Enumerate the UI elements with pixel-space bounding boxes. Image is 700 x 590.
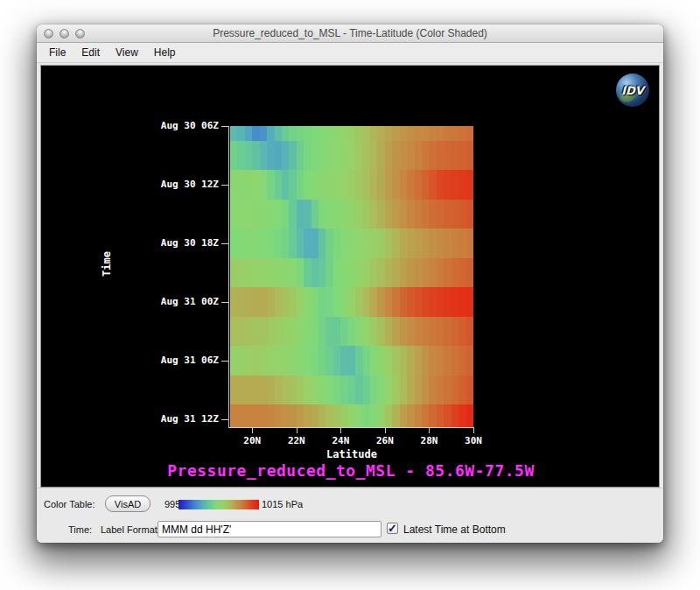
heatmap-cell (407, 404, 414, 427)
heatmap-cell (466, 228, 473, 258)
heatmap-cell (312, 404, 318, 427)
heatmap-cell (333, 258, 340, 288)
heatmap-cell (289, 126, 296, 141)
y-axis-tick-label: Aug 31 06Z (153, 355, 219, 367)
titlebar: Pressure_reduced_to_MSL - Time-Latitude … (37, 25, 663, 43)
heatmap-cell (355, 287, 362, 317)
heatmap-cell (437, 141, 444, 171)
heatmap-cell (289, 170, 296, 200)
heatmap-cell (282, 346, 289, 376)
heatmap-cell (452, 228, 458, 258)
menubar: File Edit View Help (37, 43, 663, 63)
heatmap-cell (230, 317, 237, 347)
heatmap-cell (422, 346, 429, 376)
heatmap-cell (370, 170, 377, 200)
heatmap-cell (348, 346, 355, 376)
heatmap-cell (267, 200, 274, 229)
heatmap-cell (363, 258, 370, 288)
time-latitude-heatmap[interactable] (230, 126, 473, 427)
y-axis-title: Time (101, 251, 113, 277)
heatmap-cell (429, 287, 436, 317)
heatmap-cell (363, 376, 370, 405)
x-axis-line (228, 427, 474, 428)
heatmap-cell (415, 376, 422, 405)
heatmap-cell (458, 404, 466, 427)
heatmap-cell (355, 376, 362, 405)
heatmap-cell (289, 258, 296, 288)
heatmap-cell (304, 376, 311, 405)
heatmap-cell (458, 317, 466, 347)
heatmap-cell (355, 228, 362, 258)
latest-time-checkbox-label[interactable]: Latest Time at Bottom (403, 523, 506, 536)
heatmap-cell (267, 228, 274, 258)
heatmap-cell (333, 200, 340, 229)
menu-view[interactable]: View (108, 44, 145, 61)
heatmap-cell (326, 170, 332, 200)
heatmap-cell (363, 287, 370, 317)
heatmap-cell (333, 404, 340, 427)
heatmap-cell (267, 317, 274, 347)
heatmap-cell (237, 404, 244, 427)
heatmap-cell (400, 228, 407, 258)
heatmap-cell (326, 200, 332, 229)
heatmap-cell (452, 376, 458, 405)
latest-time-checkbox[interactable]: ✓ (387, 523, 398, 534)
heatmap-cell (355, 126, 362, 141)
heatmap-cell (304, 200, 311, 229)
heatmap-cell (466, 404, 473, 427)
heatmap-cell (363, 346, 370, 376)
heatmap-cell (458, 346, 466, 376)
heatmap-cell (422, 404, 429, 427)
heatmap-cell (230, 228, 237, 258)
heatmap-row (230, 126, 473, 141)
x-axis-tick (297, 427, 298, 433)
heatmap-cell (326, 404, 332, 427)
x-axis-tick-label: 20N (234, 435, 270, 447)
heatmap-cell (370, 317, 377, 347)
idv-logo: IDV (616, 74, 649, 107)
x-axis-tick (385, 427, 386, 433)
heatmap-cell (452, 170, 458, 200)
heatmap-cell (237, 287, 244, 317)
heatmap-cell (392, 141, 399, 171)
heatmap-cell (355, 346, 362, 376)
heatmap-cell (444, 126, 451, 141)
x-axis-tick-label: 26N (368, 435, 402, 447)
heatmap-cell (252, 170, 259, 200)
heatmap-cell (370, 404, 377, 427)
menu-help[interactable]: Help (147, 44, 183, 61)
heatmap-cell (282, 141, 289, 171)
heatmap-cell (370, 258, 377, 288)
heatmap-cell (312, 126, 318, 141)
heatmap-cell (340, 346, 347, 376)
heatmap-cell (289, 228, 296, 258)
heatmap-cell (252, 228, 259, 258)
heatmap-cell (318, 317, 326, 347)
heatmap-cell (275, 287, 282, 317)
heatmap-cell (385, 141, 392, 171)
menu-edit[interactable]: Edit (74, 44, 107, 61)
label-format-input[interactable] (158, 521, 382, 537)
heatmap-cell (252, 287, 259, 317)
heatmap-cell (407, 346, 414, 376)
heatmap-cell (400, 317, 407, 347)
heatmap-cell (363, 170, 370, 200)
heatmap-cell (312, 317, 318, 347)
heatmap-cell (429, 170, 436, 200)
heatmap-cell (385, 126, 392, 141)
heatmap-cell (429, 376, 436, 405)
heatmap-cell (458, 376, 466, 405)
heatmap-cell (252, 404, 259, 427)
x-axis-tick (340, 427, 341, 433)
heatmap-cell (260, 317, 267, 347)
color-table-button[interactable]: VisAD (105, 495, 150, 512)
heatmap-cell (275, 126, 282, 141)
menu-file[interactable]: File (42, 44, 73, 61)
heatmap-cell (333, 346, 340, 376)
x-axis-tick (429, 427, 430, 433)
heatmap-cell (289, 317, 296, 347)
heatmap-cell (260, 376, 267, 405)
heatmap-cell (230, 258, 237, 288)
color-table-label: Color Table: (44, 498, 95, 510)
heatmap-cell (422, 258, 429, 288)
